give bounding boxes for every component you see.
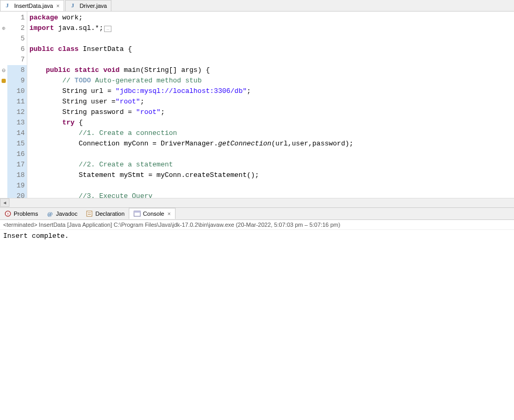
line-number: 17: [6, 160, 27, 170]
gutter-marker: [0, 44, 7, 55]
gutter-marker: [0, 128, 7, 139]
code-line[interactable]: [27, 34, 514, 44]
line-number: 8: [6, 65, 27, 76]
tab-javadoc[interactable]: @ Javadoc: [42, 208, 81, 219]
code-line[interactable]: //1. Create a connection: [27, 128, 514, 139]
tab-label: Declaration: [95, 211, 125, 217]
java-file-icon: [70, 2, 77, 9]
tab-insertdata[interactable]: InsertData.java ×: [0, 0, 64, 11]
line-number: 16: [6, 149, 27, 160]
line-number: 2: [7, 23, 27, 34]
line-number: 9: [6, 76, 27, 86]
console-output[interactable]: Insert complete.: [0, 230, 514, 421]
code-line[interactable]: [27, 149, 514, 160]
code-line[interactable]: String url = "jdbc:mysql://localhost:330…: [27, 86, 514, 97]
marker-column: ⊕⊖: [0, 12, 7, 198]
line-number: 11: [6, 97, 27, 107]
tab-declaration[interactable]: Declaration: [81, 208, 129, 219]
editor-tab-bar: InsertData.java × Driver.java: [0, 0, 514, 12]
svg-text:!: !: [7, 212, 9, 216]
code-line[interactable]: import java.sql.*;…: [27, 23, 514, 34]
line-number: 1: [7, 13, 27, 23]
gutter-marker: [0, 76, 7, 86]
line-number: 20: [6, 191, 27, 198]
gutter-marker: ⊕: [0, 23, 7, 34]
line-number: 6: [7, 44, 27, 55]
code-line[interactable]: package work;: [27, 13, 514, 23]
horizontal-scrollbar[interactable]: ◀: [0, 198, 514, 207]
line-number: 10: [6, 86, 27, 97]
line-number: 19: [6, 181, 27, 191]
svg-rect-3: [87, 211, 92, 216]
code-line[interactable]: //3. Execute Query: [27, 191, 514, 198]
bottom-view-tabs: ! Problems @ Javadoc Declaration Console…: [0, 207, 514, 220]
tab-problems[interactable]: ! Problems: [0, 208, 42, 219]
gutter-marker: ⊖: [0, 65, 7, 76]
line-number: 14: [6, 128, 27, 139]
declaration-icon: [86, 210, 93, 217]
code-line[interactable]: try {: [27, 118, 514, 128]
gutter-marker: [0, 118, 7, 128]
collapse-icon[interactable]: ⊖: [2, 67, 5, 75]
gutter-marker: [0, 13, 7, 23]
code-line[interactable]: //2. Create a statement: [27, 160, 514, 170]
scroll-left-button[interactable]: ◀: [0, 198, 9, 207]
line-number: 12: [6, 107, 27, 118]
close-icon[interactable]: ×: [56, 3, 59, 9]
line-number: 13: [6, 118, 27, 128]
code-line[interactable]: [27, 55, 514, 65]
gutter-marker: [0, 160, 7, 170]
gutter-marker: [0, 55, 7, 65]
tab-console[interactable]: Console ×: [129, 208, 176, 219]
folded-code-icon[interactable]: …: [104, 26, 111, 32]
svg-text:@: @: [47, 211, 53, 217]
code-line[interactable]: String user ="root";: [27, 97, 514, 107]
javadoc-icon: @: [46, 210, 54, 217]
warning-icon: [2, 79, 6, 83]
svg-rect-5: [88, 214, 91, 215]
editor-area: ⊕⊖ 1256789101112131415161718192021222324…: [0, 12, 514, 198]
gutter-marker: [0, 191, 7, 198]
gutter-marker: [0, 181, 7, 191]
java-file-icon: [5, 2, 12, 9]
line-number-gutter: 1256789101112131415161718192021222324252…: [7, 12, 27, 198]
code-line[interactable]: [27, 181, 514, 191]
gutter-marker: [0, 86, 7, 97]
svg-rect-7: [134, 211, 140, 213]
gutter-marker: [0, 97, 7, 107]
code-line[interactable]: String password = "root";: [27, 107, 514, 118]
line-number: 5: [7, 34, 27, 44]
tab-driver[interactable]: Driver.java: [65, 0, 111, 11]
line-number: 15: [6, 139, 27, 149]
code-line[interactable]: Statement myStmt = myConn.createStatemen…: [27, 170, 514, 181]
console-status-line: <terminated> InsertData [Java Applicatio…: [0, 220, 514, 230]
close-icon[interactable]: ×: [167, 211, 170, 217]
problems-icon: !: [4, 210, 12, 217]
gutter-marker: [0, 170, 7, 181]
code-line[interactable]: public static void main(String[] args) {: [27, 65, 514, 76]
line-number: 7: [7, 55, 27, 65]
tab-label: Javadoc: [56, 211, 77, 217]
line-number: 18: [6, 170, 27, 181]
gutter-marker: [0, 149, 7, 160]
tab-label: Console: [143, 211, 164, 217]
tab-label: InsertData.java: [14, 3, 53, 9]
code-line[interactable]: // TODO Auto-generated method stub: [27, 76, 514, 86]
tab-label: Driver.java: [79, 3, 107, 9]
console-icon: [133, 210, 141, 217]
gutter-marker: [0, 139, 7, 149]
code-editor[interactable]: package work;import java.sql.*;…public c…: [27, 12, 514, 198]
svg-rect-4: [88, 213, 91, 213]
gutter-marker: [0, 107, 7, 118]
expand-icon[interactable]: ⊕: [2, 25, 5, 32]
code-line[interactable]: public class InsertData {: [27, 44, 514, 55]
tab-label: Problems: [14, 211, 38, 217]
gutter-marker: [0, 34, 7, 44]
code-line[interactable]: Connection myConn = DriverManager.getCon…: [27, 139, 514, 149]
